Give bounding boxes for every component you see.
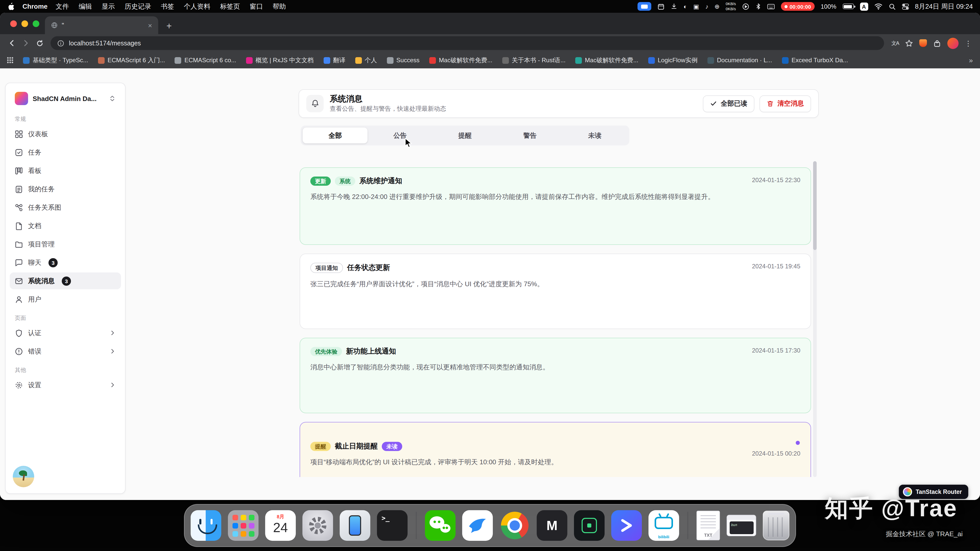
bookmark-item[interactable]: Success xyxy=(387,57,420,64)
translate-icon[interactable]: 文A xyxy=(891,40,899,47)
close-window-button[interactable] xyxy=(10,20,17,27)
control-center-icon[interactable] xyxy=(902,3,909,10)
bookmark-item[interactable]: 基础类型 · TypeSc... xyxy=(23,56,88,65)
sidebar-item-kanban[interactable]: 看板 xyxy=(10,162,121,179)
profile-avatar[interactable] xyxy=(947,38,959,49)
bookmark-item[interactable]: Mac破解软件免费... xyxy=(429,56,492,65)
apps-grid-icon[interactable] xyxy=(7,57,13,63)
workspace-switcher[interactable]: ShadCN Admin Da... xyxy=(11,88,120,109)
bookmark-item[interactable]: Mac破解软件免费... xyxy=(575,56,638,65)
battery-icon[interactable] xyxy=(842,3,854,9)
menu-item[interactable]: 标签页 xyxy=(220,2,240,11)
filter-tab[interactable]: 未读 xyxy=(563,127,627,143)
apple-menu-icon[interactable] xyxy=(7,2,14,11)
tab-close-icon[interactable]: × xyxy=(148,21,152,29)
filter-tab[interactable]: 全部 xyxy=(303,127,368,143)
menu-item[interactable]: 个人资料 xyxy=(184,2,210,11)
browser-menu-icon[interactable]: ⋮ xyxy=(965,39,972,47)
sidebar-item-messages[interactable]: 系统消息 3 xyxy=(10,272,121,289)
downloads-status-icon[interactable] xyxy=(671,3,677,10)
finder-dock-icon[interactable] xyxy=(191,510,221,541)
calendar-status-icon[interactable] xyxy=(657,3,665,10)
bookmarks-overflow-icon[interactable]: » xyxy=(969,56,973,64)
wifi-icon[interactable] xyxy=(874,3,882,10)
blue-bird-app-dock-icon[interactable] xyxy=(462,510,493,541)
sidebar-item-users[interactable]: 用户 xyxy=(10,291,121,308)
reload-button[interactable] xyxy=(33,36,46,50)
bookmark-item[interactable]: Documentation · L... xyxy=(707,57,772,64)
bookmark-item[interactable]: ECMAScript 6 入门... xyxy=(98,56,165,65)
grid-status-icon[interactable]: ▣ xyxy=(694,3,699,10)
recording-timer-pill[interactable]: 00:00:00 xyxy=(781,2,815,11)
plus-status-icon[interactable]: ⊕ xyxy=(714,3,719,10)
terminal-dock-icon[interactable]: >_ xyxy=(377,510,407,541)
menu-item[interactable]: 编辑 xyxy=(79,2,92,11)
bookmark-item[interactable]: 概览 | RxJS 中文文档 xyxy=(246,56,314,65)
zoom-window-button[interactable] xyxy=(33,20,39,27)
scrollbar-thumb[interactable] xyxy=(813,161,817,250)
search-icon[interactable] xyxy=(888,3,896,10)
menubar-clock[interactable]: 8月24日 周日 09:24 xyxy=(915,2,973,11)
sidebar-item-auth[interactable]: 认证 xyxy=(10,324,121,341)
sidebar-item-projects[interactable]: 项目管理 xyxy=(10,236,121,252)
bookmark-item[interactable]: ECMAScript 6 co... xyxy=(175,57,236,64)
bookmark-item[interactable]: 个人 xyxy=(355,56,377,65)
clear-messages-button[interactable]: 清空消息 xyxy=(759,95,811,112)
mark-all-read-button[interactable]: 全部已读 xyxy=(703,95,754,112)
filter-tab[interactable]: 公告 xyxy=(368,127,432,143)
sidebar-item-dashboard[interactable]: 仪表板 xyxy=(10,125,121,142)
filter-tab[interactable]: 警告 xyxy=(497,127,562,143)
message-card[interactable]: 优先体验 新功能上线通知 2024-01-15 17:30 消息中心新增了智能消… xyxy=(300,338,811,413)
browser-tab[interactable]: " × xyxy=(45,16,158,34)
message-card[interactable]: 提醒 截止日期提醒 未读 2024-01-15 00:20 项目“移动端布局优化… xyxy=(300,422,811,477)
user-avatar[interactable] xyxy=(13,466,34,487)
play-status-icon[interactable] xyxy=(742,3,749,10)
bluetooth-icon[interactable] xyxy=(756,3,761,10)
menu-item[interactable]: 窗口 xyxy=(250,2,263,11)
bookmark-item[interactable]: 关于本书 - Rust语... xyxy=(502,56,566,65)
iphone-mirroring-dock-icon[interactable] xyxy=(340,510,370,541)
menu-item[interactable]: 显示 xyxy=(102,2,115,11)
wechat-dock-icon[interactable] xyxy=(425,510,455,541)
menu-item[interactable]: 书签 xyxy=(161,2,174,11)
sidebar-item-tasks[interactable]: 任务 xyxy=(10,144,121,161)
minimize-window-button[interactable] xyxy=(21,20,28,27)
network-speed-indicator[interactable]: 0KB/s 0KB/s xyxy=(726,2,736,11)
bilibili-dock-icon[interactable]: bilibili xyxy=(649,510,679,541)
scrollbar-track[interactable] xyxy=(813,161,817,477)
m-app-dock-icon[interactable]: M xyxy=(537,510,567,541)
chrome-dock-icon[interactable] xyxy=(500,510,530,541)
message-card[interactable]: 更新 系统 系统维护通知 2024-01-15 22:30 系统将于今晚 22:… xyxy=(300,167,811,245)
sidebar-item-errors[interactable]: 错误 xyxy=(10,343,121,360)
system-settings-dock-icon[interactable] xyxy=(302,510,333,541)
launchpad-dock-icon[interactable] xyxy=(228,510,259,541)
new-tab-button[interactable]: + xyxy=(166,21,172,30)
sidebar-item-settings[interactable]: 设置 xyxy=(10,376,121,393)
sidebar-item-task-graph[interactable]: 任务关系图 xyxy=(10,199,121,216)
bookmark-star-icon[interactable] xyxy=(905,39,913,47)
extensions-puzzle-icon[interactable] xyxy=(933,39,941,47)
filter-tab[interactable]: 提醒 xyxy=(433,127,497,143)
menu-item[interactable]: 历史记录 xyxy=(124,2,151,11)
menu-item[interactable]: 帮助 xyxy=(272,2,286,11)
input-source-icon[interactable]: A xyxy=(860,2,868,11)
extension-shield-icon[interactable] xyxy=(919,39,927,47)
message-card[interactable]: 项目通知 任务状态更新 2024-01-15 19:45 张三已完成任务“用户界… xyxy=(300,254,811,329)
trash-dock-icon[interactable] xyxy=(763,511,789,540)
txt-file-dock-icon[interactable]: TXT xyxy=(697,511,720,540)
code-app-dock-icon[interactable] xyxy=(574,510,605,541)
calendar-dock-icon[interactable]: 8月 24 xyxy=(265,510,296,541)
sidebar-item-docs[interactable]: 文档 xyxy=(10,218,121,234)
screen-mirroring-pill-icon[interactable] xyxy=(638,2,651,11)
address-bar[interactable]: localhost:5174/messages xyxy=(51,36,884,50)
bookmark-item[interactable]: LogicFlow实例 xyxy=(648,56,697,65)
music-status-icon[interactable]: ♪ xyxy=(705,3,708,10)
window-preview-dock-icon[interactable]: bun xyxy=(727,515,756,536)
trae-dock-icon[interactable] xyxy=(611,510,642,541)
active-app-name[interactable]: Chrome xyxy=(22,3,48,10)
half-circle-status-icon[interactable]: ◐ xyxy=(683,3,687,10)
bookmark-item[interactable]: Exceed TurboX Da... xyxy=(782,57,848,64)
keyboard-status-icon[interactable] xyxy=(767,3,775,10)
menu-item[interactable]: 文件 xyxy=(56,2,69,11)
bookmark-item[interactable]: 翻译 xyxy=(323,56,345,65)
